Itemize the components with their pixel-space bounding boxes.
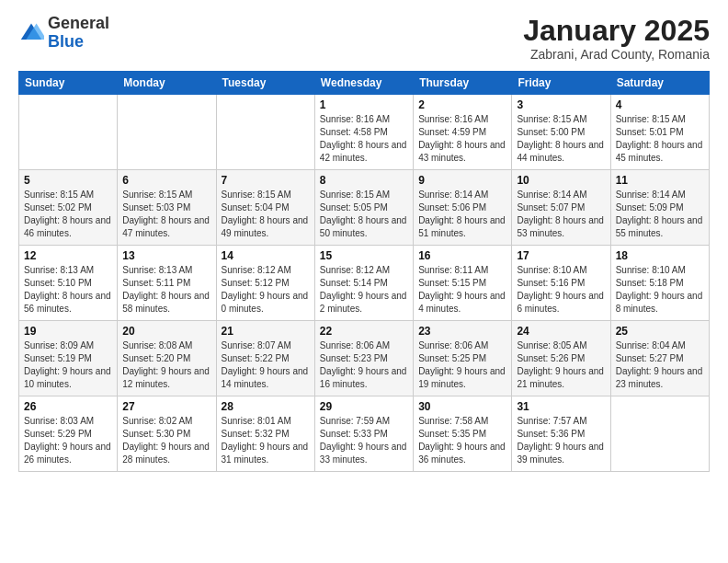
day-cell — [610, 396, 709, 472]
day-cell: 22Sunrise: 8:06 AM Sunset: 5:23 PM Dayli… — [314, 321, 413, 396]
day-info: Sunrise: 8:14 AM Sunset: 5:06 PM Dayligh… — [418, 189, 506, 240]
day-info: Sunrise: 8:06 AM Sunset: 5:23 PM Dayligh… — [320, 339, 408, 391]
day-cell: 3Sunrise: 8:15 AM Sunset: 5:00 PM Daylig… — [512, 95, 610, 170]
day-number: 7 — [222, 174, 310, 187]
day-cell: 25Sunrise: 8:04 AM Sunset: 5:27 PM Dayli… — [610, 321, 709, 396]
day-info: Sunrise: 8:15 AM Sunset: 5:01 PM Dayligh… — [616, 113, 704, 165]
day-info: Sunrise: 8:10 AM Sunset: 5:18 PM Dayligh… — [616, 264, 704, 316]
day-cell: 15Sunrise: 8:12 AM Sunset: 5:14 PM Dayli… — [314, 246, 413, 321]
day-cell: 6Sunrise: 8:15 AM Sunset: 5:03 PM Daylig… — [118, 170, 216, 246]
calendar-subtitle: Zabrani, Arad County, Romania — [523, 47, 710, 62]
day-number: 10 — [517, 174, 605, 187]
logo-text: General Blue — [48, 15, 109, 52]
col-header-thursday: Thursday — [414, 72, 512, 95]
day-info: Sunrise: 8:03 AM Sunset: 5:29 PM Dayligh… — [24, 415, 112, 466]
day-cell: 10Sunrise: 8:14 AM Sunset: 5:07 PM Dayli… — [512, 170, 610, 246]
day-cell: 5Sunrise: 8:15 AM Sunset: 5:02 PM Daylig… — [19, 170, 118, 246]
day-info: Sunrise: 8:16 AM Sunset: 4:59 PM Dayligh… — [418, 113, 506, 165]
day-cell: 1Sunrise: 8:16 AM Sunset: 4:58 PM Daylig… — [314, 95, 413, 170]
day-cell: 27Sunrise: 8:02 AM Sunset: 5:30 PM Dayli… — [118, 396, 216, 472]
day-cell: 14Sunrise: 8:12 AM Sunset: 5:12 PM Dayli… — [216, 246, 314, 321]
day-number: 2 — [418, 98, 506, 111]
day-info: Sunrise: 8:15 AM Sunset: 5:00 PM Dayligh… — [517, 113, 605, 165]
day-cell: 19Sunrise: 8:09 AM Sunset: 5:19 PM Dayli… — [19, 321, 118, 396]
day-number: 29 — [320, 400, 408, 413]
day-info: Sunrise: 8:16 AM Sunset: 4:58 PM Dayligh… — [320, 113, 408, 165]
col-header-sunday: Sunday — [19, 72, 118, 95]
day-number: 30 — [418, 400, 506, 413]
day-info: Sunrise: 8:14 AM Sunset: 5:07 PM Dayligh… — [517, 189, 605, 240]
day-number: 9 — [418, 174, 506, 187]
day-info: Sunrise: 7:57 AM Sunset: 5:36 PM Dayligh… — [517, 415, 605, 466]
col-header-monday: Monday — [118, 72, 216, 95]
day-cell: 9Sunrise: 8:14 AM Sunset: 5:06 PM Daylig… — [414, 170, 512, 246]
col-header-friday: Friday — [512, 72, 610, 95]
day-cell: 30Sunrise: 7:58 AM Sunset: 5:35 PM Dayli… — [414, 396, 512, 472]
logo-blue: Blue — [48, 32, 84, 51]
day-info: Sunrise: 8:06 AM Sunset: 5:25 PM Dayligh… — [418, 339, 506, 391]
day-number: 12 — [24, 249, 112, 262]
title-block: January 2025 Zabrani, Arad County, Roman… — [523, 15, 710, 62]
day-info: Sunrise: 8:15 AM Sunset: 5:02 PM Dayligh… — [24, 189, 112, 240]
day-info: Sunrise: 8:15 AM Sunset: 5:05 PM Dayligh… — [320, 189, 408, 240]
day-info: Sunrise: 8:14 AM Sunset: 5:09 PM Dayligh… — [616, 189, 704, 240]
week-row-3: 12Sunrise: 8:13 AM Sunset: 5:10 PM Dayli… — [19, 246, 710, 321]
day-info: Sunrise: 7:58 AM Sunset: 5:35 PM Dayligh… — [418, 415, 506, 466]
day-cell: 23Sunrise: 8:06 AM Sunset: 5:25 PM Dayli… — [414, 321, 512, 396]
day-cell: 17Sunrise: 8:10 AM Sunset: 5:16 PM Dayli… — [512, 246, 610, 321]
day-number: 14 — [222, 249, 310, 262]
day-number: 4 — [616, 98, 704, 111]
day-cell: 11Sunrise: 8:14 AM Sunset: 5:09 PM Dayli… — [610, 170, 709, 246]
day-info: Sunrise: 8:02 AM Sunset: 5:30 PM Dayligh… — [122, 415, 210, 466]
day-number: 8 — [320, 174, 408, 187]
day-number: 23 — [418, 325, 506, 338]
day-info: Sunrise: 8:05 AM Sunset: 5:26 PM Dayligh… — [517, 339, 605, 391]
day-cell: 24Sunrise: 8:05 AM Sunset: 5:26 PM Dayli… — [512, 321, 610, 396]
day-cell: 4Sunrise: 8:15 AM Sunset: 5:01 PM Daylig… — [610, 95, 709, 170]
day-number: 11 — [616, 174, 704, 187]
day-info: Sunrise: 8:10 AM Sunset: 5:16 PM Dayligh… — [517, 264, 605, 316]
col-header-wednesday: Wednesday — [314, 72, 413, 95]
day-cell: 20Sunrise: 8:08 AM Sunset: 5:20 PM Dayli… — [118, 321, 216, 396]
day-cell: 13Sunrise: 8:13 AM Sunset: 5:11 PM Dayli… — [118, 246, 216, 321]
day-info: Sunrise: 8:07 AM Sunset: 5:22 PM Dayligh… — [222, 339, 310, 391]
day-number: 5 — [24, 174, 112, 187]
day-number: 26 — [24, 400, 112, 413]
day-number: 28 — [222, 400, 310, 413]
day-cell: 8Sunrise: 8:15 AM Sunset: 5:05 PM Daylig… — [314, 170, 413, 246]
day-cell: 21Sunrise: 8:07 AM Sunset: 5:22 PM Dayli… — [216, 321, 314, 396]
day-number: 6 — [122, 174, 210, 187]
day-number: 18 — [616, 249, 704, 262]
day-cell — [216, 95, 314, 170]
calendar-header-row: SundayMondayTuesdayWednesdayThursdayFrid… — [19, 72, 710, 95]
day-info: Sunrise: 8:09 AM Sunset: 5:19 PM Dayligh… — [24, 339, 112, 391]
day-number: 1 — [320, 98, 408, 111]
page: General Blue January 2025 Zabrani, Arad … — [0, 0, 728, 563]
day-cell: 2Sunrise: 8:16 AM Sunset: 4:59 PM Daylig… — [414, 95, 512, 170]
day-cell: 18Sunrise: 8:10 AM Sunset: 5:18 PM Dayli… — [610, 246, 709, 321]
day-cell: 31Sunrise: 7:57 AM Sunset: 5:36 PM Dayli… — [512, 396, 610, 472]
day-number: 19 — [24, 325, 112, 338]
day-info: Sunrise: 8:01 AM Sunset: 5:32 PM Dayligh… — [222, 415, 310, 466]
day-number: 3 — [517, 98, 605, 111]
day-info: Sunrise: 8:08 AM Sunset: 5:20 PM Dayligh… — [122, 339, 210, 391]
day-info: Sunrise: 8:11 AM Sunset: 5:15 PM Dayligh… — [418, 264, 506, 316]
day-info: Sunrise: 8:12 AM Sunset: 5:14 PM Dayligh… — [320, 264, 408, 316]
day-info: Sunrise: 8:04 AM Sunset: 5:27 PM Dayligh… — [616, 339, 704, 391]
calendar-title: January 2025 — [523, 15, 710, 47]
logo-general: General — [48, 14, 109, 32]
logo: General Blue — [18, 15, 109, 52]
day-cell — [19, 95, 118, 170]
day-cell — [118, 95, 216, 170]
day-number: 16 — [418, 249, 506, 262]
day-number: 17 — [517, 249, 605, 262]
day-number: 22 — [320, 325, 408, 338]
col-header-tuesday: Tuesday — [216, 72, 314, 95]
day-number: 21 — [222, 325, 310, 338]
day-info: Sunrise: 8:15 AM Sunset: 5:03 PM Dayligh… — [122, 189, 210, 240]
day-cell: 26Sunrise: 8:03 AM Sunset: 5:29 PM Dayli… — [19, 396, 118, 472]
day-info: Sunrise: 8:12 AM Sunset: 5:12 PM Dayligh… — [222, 264, 310, 316]
week-row-2: 5Sunrise: 8:15 AM Sunset: 5:02 PM Daylig… — [19, 170, 710, 246]
day-cell: 29Sunrise: 7:59 AM Sunset: 5:33 PM Dayli… — [314, 396, 413, 472]
day-cell: 28Sunrise: 8:01 AM Sunset: 5:32 PM Dayli… — [216, 396, 314, 472]
